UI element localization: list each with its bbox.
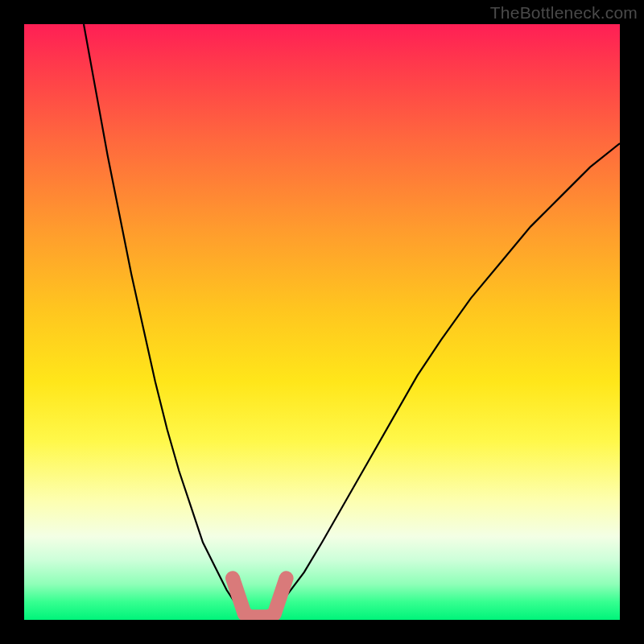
curve-left-branch [84, 24, 245, 614]
attribution-text: TheBottleneck.com [490, 3, 638, 23]
marker-zone [233, 578, 287, 617]
chart-frame: TheBottleneck.com [0, 0, 644, 644]
curve-right-branch [275, 143, 620, 614]
plot-area [24, 24, 620, 620]
curve-layer [24, 24, 620, 620]
